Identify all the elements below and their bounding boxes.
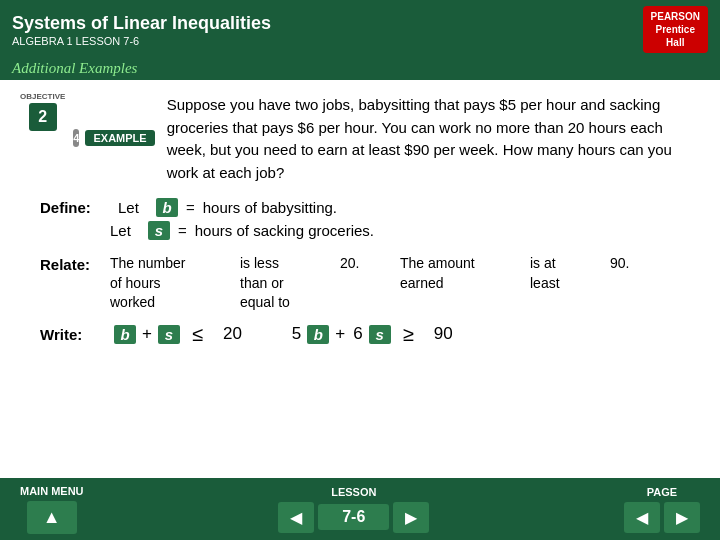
write-var-s: s bbox=[158, 325, 180, 344]
relate-col-1: The number of hours worked bbox=[110, 254, 240, 313]
write-plus-1: + bbox=[142, 324, 152, 344]
description-1: hours of babysitting. bbox=[203, 199, 337, 216]
description-2: hours of sacking groceries. bbox=[195, 222, 374, 239]
next-lesson-button[interactable]: ▶ bbox=[393, 502, 429, 533]
main-menu-button[interactable]: MAIN MENU ▲ bbox=[20, 485, 84, 534]
main-menu-arrow-button[interactable]: ▲ bbox=[27, 501, 77, 534]
let-label-2: Let bbox=[110, 222, 140, 239]
define-row-1: Define: Let b = hours of babysitting. bbox=[40, 198, 700, 217]
prev-lesson-button[interactable]: ◀ bbox=[278, 502, 314, 533]
write-num-20: 20 bbox=[223, 324, 242, 344]
prev-page-button[interactable]: ◀ bbox=[624, 502, 660, 533]
write-leq: ≤ bbox=[192, 323, 203, 346]
additional-examples-bar: Additional Examples bbox=[0, 57, 720, 80]
relate-col-4: The amount earned bbox=[400, 254, 530, 293]
equals-1: = bbox=[186, 199, 195, 216]
main-content: OBJECTIVE 2 4 EXAMPLE Suppose you have t… bbox=[0, 80, 720, 480]
objective-label: OBJECTIVE bbox=[20, 92, 65, 101]
next-page-button[interactable]: ▶ bbox=[664, 502, 700, 533]
write-expr-2: 5 b + 6 s ≥ 90 bbox=[290, 323, 461, 346]
write-expr-1: b + s ≤ 20 bbox=[114, 323, 250, 346]
define-label: Define: bbox=[40, 199, 110, 216]
relate-row: Relate: The number of hours worked is le… bbox=[40, 254, 700, 313]
write-plus-2: + bbox=[335, 324, 345, 344]
header-text-group: Systems of Linear Inequalities ALGEBRA 1… bbox=[12, 13, 271, 47]
example-number: 4 bbox=[73, 129, 79, 147]
relate-section: Relate: The number of hours worked is le… bbox=[40, 254, 700, 313]
relate-col-5: is at least bbox=[530, 254, 610, 293]
example-label: EXAMPLE bbox=[85, 130, 154, 146]
relate-col-6: 90. bbox=[610, 254, 650, 274]
relate-col-2: is less than or equal to bbox=[240, 254, 340, 313]
objective-badge: OBJECTIVE 2 bbox=[20, 92, 65, 131]
relate-label: Relate: bbox=[40, 254, 110, 273]
var-b: b bbox=[156, 198, 178, 217]
objective-row: OBJECTIVE 2 4 EXAMPLE Suppose you have t… bbox=[20, 92, 700, 184]
main-menu-label: MAIN MENU bbox=[20, 485, 84, 497]
page-header: Systems of Linear Inequalities ALGEBRA 1… bbox=[0, 0, 720, 57]
page-title: Systems of Linear Inequalities bbox=[12, 13, 271, 34]
pearson-logo: PEARSON Prentice Hall bbox=[643, 6, 708, 53]
define-row-2: Let s = hours of sacking groceries. bbox=[110, 221, 700, 240]
page-nav: ◀ ▶ bbox=[624, 502, 700, 533]
write-row: Write: b + s ≤ 20 5 b + 6 s ≥ 90 bbox=[40, 323, 700, 346]
define-section: Define: Let b = hours of babysitting. Le… bbox=[40, 198, 700, 240]
problem-text: Suppose you have two jobs, babysitting t… bbox=[167, 94, 700, 184]
write-num-90: 90 bbox=[434, 324, 453, 344]
page-subtitle: ALGEBRA 1 LESSON 7-6 bbox=[12, 35, 271, 47]
objective-number: 2 bbox=[29, 103, 57, 131]
write-geq: ≥ bbox=[403, 323, 414, 346]
write-var-s2: s bbox=[369, 325, 391, 344]
page-label: PAGE bbox=[647, 486, 677, 498]
relate-col-3: 20. bbox=[340, 254, 400, 274]
write-var-b2: b bbox=[307, 325, 329, 344]
lesson-label: LESSON bbox=[331, 486, 376, 498]
write-section: Write: b + s ≤ 20 5 b + 6 s ≥ 90 bbox=[40, 323, 700, 346]
example-badge-row: 4 EXAMPLE Suppose you have two jobs, bab… bbox=[73, 92, 700, 184]
lesson-number: 7-6 bbox=[318, 504, 389, 530]
write-coeff-6: 6 bbox=[353, 324, 362, 344]
relate-columns: The number of hours worked is less than … bbox=[110, 254, 650, 313]
var-s: s bbox=[148, 221, 170, 240]
footer-center: LESSON ◀ 7-6 ▶ bbox=[278, 486, 429, 533]
footer: MAIN MENU ▲ LESSON ◀ 7-6 ▶ PAGE ◀ ▶ bbox=[0, 478, 720, 540]
footer-right: PAGE ◀ ▶ bbox=[624, 486, 700, 533]
write-coeff-5: 5 bbox=[292, 324, 301, 344]
write-var-b: b bbox=[114, 325, 136, 344]
let-label-1: Let bbox=[118, 199, 148, 216]
write-label: Write: bbox=[40, 326, 110, 343]
equals-2: = bbox=[178, 222, 187, 239]
